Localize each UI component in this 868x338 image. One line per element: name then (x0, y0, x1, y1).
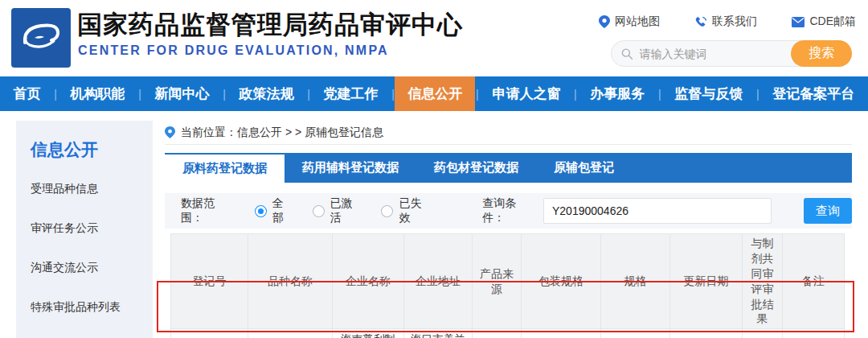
location-pin-icon (599, 15, 610, 28)
nav-separator: | (307, 76, 310, 111)
main-nav: 首页 | 机构职能 | 新闻中心 | 政策法规 | 党建工作 | 信息公开 | … (0, 76, 868, 111)
sidebar-item-special-approval[interactable]: 特殊审批品种列表 (31, 300, 153, 315)
col-registration-no: 登记号 (171, 234, 248, 329)
mailbox-link[interactable]: CDE邮箱 (792, 13, 856, 31)
col-joint-review-result: 与制剂共同审评审批结果 (743, 234, 783, 329)
radio-activated[interactable]: 已激活 (313, 196, 364, 225)
radio-dot-icon (313, 205, 325, 217)
query-button[interactable]: 查询 (804, 198, 852, 224)
search-icon (621, 47, 633, 60)
sitemap-link[interactable]: 网站地图 (599, 13, 660, 31)
radio-activated-label: 已激活 (330, 196, 364, 225)
query-label: 查询条件： (482, 196, 538, 225)
cell-company-address: 海口市美兰区桂林洋经济开发区 (404, 329, 473, 338)
breadcrumb: 当前位置：信息公开 > > 原辅包登记信息 (165, 121, 852, 145)
nav-item-supervision-feedback[interactable]: 监督与反馈 (661, 76, 755, 111)
main-content: 当前位置：信息公开 > > 原辅包登记信息 原料药登记数据 药用辅料登记数据 药… (165, 121, 852, 338)
col-remarks: 备注 (783, 234, 845, 329)
col-product-origin: 产品来源 (473, 234, 522, 329)
nav-item-registration-platform[interactable]: 登记备案平台 (760, 76, 867, 111)
tab-raw-aux-pack[interactable]: 原辅包登记 (536, 153, 632, 183)
header-links: 网站地图 联系我们 CDE邮箱 (599, 13, 856, 31)
nav-item-info-disclosure[interactable]: 信息公开 (395, 76, 475, 111)
sidebar-item-review-tasks[interactable]: 审评任务公示 (31, 221, 153, 236)
cell-company-name: 海南普利制药股份有限公司 (333, 329, 404, 338)
radio-all-label: 全部 (272, 196, 295, 225)
sitemap-link-label: 网站地图 (615, 14, 660, 29)
sidebar-item-accepted-varieties[interactable]: 受理品种信息 (31, 182, 153, 196)
query-input[interactable] (543, 198, 772, 224)
phone-icon (695, 16, 707, 28)
tab-api-registration[interactable]: 原料药登记数据 (165, 153, 285, 183)
cell-package-spec: 25kg/桶,5kg/桶 (522, 329, 601, 338)
mailbox-link-label: CDE邮箱 (809, 14, 856, 29)
nav-item-org-functions[interactable]: 机构职能 (58, 76, 138, 111)
cell-product-origin: 国产 (473, 329, 522, 338)
sidebar-item-communication[interactable]: 沟通交流公示 (31, 261, 153, 275)
breadcrumb-text: 当前位置：信息公开 > > 原辅包登记信息 (181, 126, 383, 140)
nav-separator: | (658, 76, 661, 111)
col-variety-name: 品种名称 (248, 234, 333, 329)
nav-separator: | (574, 76, 577, 111)
cell-remarks: 国药准字H46020128 (783, 329, 845, 338)
cell-spec (601, 329, 670, 338)
site-header: 国家药品监督管理局药品审评中心 CENTER FOR DRUG EVALUATI… (0, 0, 868, 76)
col-spec: 规格 (601, 234, 670, 329)
radio-expired[interactable]: 已失效 (381, 196, 432, 225)
site-search: 搜索 (611, 40, 852, 67)
radio-expired-label: 已失效 (399, 196, 432, 225)
sidebar: 信息公开 受理品种信息 审评任务公示 沟通交流公示 特殊审批品种列表 优先审评公… (16, 121, 153, 338)
swan-logo-icon (17, 14, 65, 62)
search-input[interactable] (633, 47, 791, 60)
nav-item-services[interactable]: 办事服务 (577, 76, 657, 111)
nav-separator: | (223, 76, 226, 111)
cell-update-date: 2023-09-01 (670, 329, 743, 338)
nav-separator: | (476, 76, 479, 111)
col-company-address: 企业地址 (404, 234, 473, 329)
nav-item-applicant-window[interactable]: 申请人之窗 (479, 76, 573, 111)
registration-table: 登记号 品种名称 企业名称 企业地址 产品来源 包装规格 规格 更新日期 与制剂… (170, 233, 845, 338)
envelope-icon (792, 17, 805, 27)
tab-packaging-registration[interactable]: 药包材登记数据 (416, 153, 536, 183)
nav-separator: | (138, 76, 141, 111)
contact-link[interactable]: 联系我们 (695, 13, 757, 31)
nav-item-policies[interactable]: 政策法规 (227, 76, 307, 111)
site-title-chinese: 国家药品监督管理局药品审评中心 (77, 8, 463, 42)
nav-separator: | (391, 76, 395, 111)
cell-registration-no: Y20190004626 (171, 329, 248, 338)
radio-all[interactable]: 全部 (255, 196, 295, 225)
site-title-english: CENTER FOR DRUG EVALUATION, NMPA (78, 43, 389, 58)
scope-label: 数据范围： (181, 196, 237, 225)
radio-dot-icon (255, 205, 267, 217)
cell-variety-name: 盐酸多巴酚丁胺 (248, 329, 333, 338)
nav-item-party-building[interactable]: 党建工作 (310, 76, 391, 111)
cell-joint-review-result: A (743, 329, 783, 338)
location-pin-icon (165, 126, 175, 138)
table-header-row: 登记号 品种名称 企业名称 企业地址 产品来源 包装规格 规格 更新日期 与制剂… (171, 234, 845, 329)
sidebar-title: 信息公开 (31, 138, 153, 161)
search-button[interactable]: 搜索 (791, 40, 852, 67)
filter-bar: 数据范围： 全部 已激活 已失效 查询条件： 查询 (165, 193, 852, 229)
table-row[interactable]: Y20190004626 盐酸多巴酚丁胺 海南普利制药股份有限公司 海口市美兰区… (171, 329, 845, 338)
tab-excipient-registration[interactable]: 药用辅料登记数据 (285, 153, 416, 183)
contact-link-label: 联系我们 (712, 14, 757, 29)
col-package-spec: 包装规格 (522, 234, 601, 329)
nav-separator: | (756, 76, 760, 111)
cde-logo (11, 8, 71, 68)
nav-separator: | (54, 76, 57, 111)
cde-webpage: 国家药品监督管理局药品审评中心 CENTER FOR DRUG EVALUATI… (0, 0, 868, 338)
data-tabs: 原料药登记数据 药用辅料登记数据 药包材登记数据 原辅包登记 (165, 153, 852, 183)
nav-item-news[interactable]: 新闻中心 (142, 76, 223, 111)
nav-item-home[interactable]: 首页 (1, 76, 54, 111)
col-company-name: 企业名称 (333, 234, 404, 329)
col-update-date: 更新日期 (670, 234, 743, 329)
radio-dot-icon (381, 205, 393, 217)
